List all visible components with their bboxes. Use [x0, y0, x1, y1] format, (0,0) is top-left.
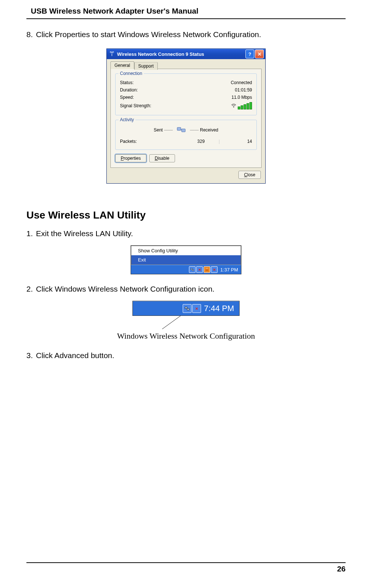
activity-group-title: Activity [118, 117, 135, 122]
svg-rect-6 [206, 268, 208, 269]
window-title: Wireless Network Connection 9 Status [117, 51, 245, 57]
context-menu: Show Config Utility Exit [131, 246, 241, 265]
sent-label: Sent [154, 127, 163, 133]
duration-label: Duration: [120, 87, 138, 93]
tab-general[interactable]: General [110, 61, 134, 69]
tray-wireless-disconnected-icon[interactable] [211, 266, 218, 273]
close-icon[interactable]: ✕ [255, 50, 264, 58]
step-8: 8. Click Properties to start Windows Wir… [26, 30, 346, 39]
activity-group: Activity Sent —— —— Received [115, 120, 257, 150]
signal-strength-icon [231, 102, 252, 109]
svg-rect-3 [191, 268, 192, 270]
exit-menu-figure: Show Config Utility Exit 1:37 PM [131, 245, 241, 274]
close-button[interactable]: Close [238, 171, 261, 179]
svg-rect-1 [177, 127, 181, 130]
svg-point-0 [233, 107, 234, 108]
activity-icon [176, 125, 186, 136]
disable-button[interactable]: Disable [149, 154, 175, 162]
step-1-text: Exit the Wireless LAN Utility. [36, 229, 133, 238]
packets-received: 14 [223, 139, 252, 144]
system-tray: 1:37 PM [131, 265, 241, 274]
tab-support[interactable]: Support [134, 62, 158, 70]
step-8-num: 8. [26, 30, 36, 39]
step-1: 1. Exit the Wireless LAN Utility. [26, 229, 346, 238]
connection-group: Connection Status: Connected Duration: 0… [115, 73, 257, 115]
xp-status-window: Wireless Network Connection 9 Status ? ✕… [106, 48, 266, 184]
step-2: 2. Click Windows Wireless Network Config… [26, 285, 346, 293]
page-number: 26 [337, 564, 346, 573]
tray-clock-2: 7:44 PM [204, 304, 234, 313]
doc-header: USB Wireless Network Adapter User's Manu… [26, 7, 346, 19]
svg-rect-5 [205, 269, 208, 271]
svg-rect-2 [182, 129, 185, 132]
help-button[interactable]: ? [245, 50, 254, 58]
tab-panel: Connection Status: Connected Duration: 0… [110, 69, 262, 168]
step-2-num: 2. [26, 285, 36, 293]
menu-exit[interactable]: Exit [131, 255, 241, 264]
section-title: Use Wireless LAN Utility [26, 209, 346, 221]
page-footer: 26 [26, 562, 346, 573]
speed-label: Speed: [120, 95, 134, 100]
properties-button[interactable]: PPropertiesroperties [115, 154, 146, 162]
svg-line-9 [162, 316, 180, 329]
tab-strip: General Support [110, 61, 262, 69]
step-3: 3. Click Advanced button. [26, 351, 346, 360]
tray-wireless-config-icon[interactable] [192, 304, 201, 313]
callout-text: Windows Wireless Network Configuration [26, 331, 346, 341]
tray-disconnected-icon[interactable] [196, 266, 203, 273]
step-3-text: Click Advanced button. [36, 351, 114, 360]
step-1-num: 1. [26, 229, 36, 238]
svg-rect-7 [185, 307, 187, 309]
tray-utility-icon[interactable] [204, 266, 210, 273]
connection-group-title: Connection [118, 71, 144, 76]
menu-show-config[interactable]: Show Config Utility [131, 246, 241, 255]
tray-clock: 1:37 PM [220, 267, 238, 273]
signal-label: Signal Strength: [120, 103, 151, 108]
step-3-num: 3. [26, 351, 36, 360]
svg-rect-8 [187, 309, 189, 310]
wireless-icon [109, 51, 115, 57]
speed-value: 11.0 Mbps [231, 95, 252, 100]
received-label: Received [200, 127, 218, 133]
xp-titlebar[interactable]: Wireless Network Connection 9 Status ? ✕ [107, 49, 265, 59]
step-8-text: Click Properties to start Windows Wirele… [36, 30, 261, 39]
tray-network-icon[interactable] [189, 266, 196, 273]
status-label: Status: [120, 80, 134, 85]
tray-network-icon-2[interactable] [183, 304, 192, 313]
packets-sent: 329 [186, 139, 216, 144]
step-2-text: Click Windows Wireless Network Configura… [36, 285, 215, 293]
svg-rect-4 [192, 270, 194, 271]
duration-value: 01:01:59 [235, 87, 252, 93]
callout-line [133, 318, 239, 331]
status-value: Connected [231, 80, 252, 85]
packets-label: Packets: [120, 139, 137, 144]
tray-icon-figure: 7:44 PM [132, 301, 240, 316]
